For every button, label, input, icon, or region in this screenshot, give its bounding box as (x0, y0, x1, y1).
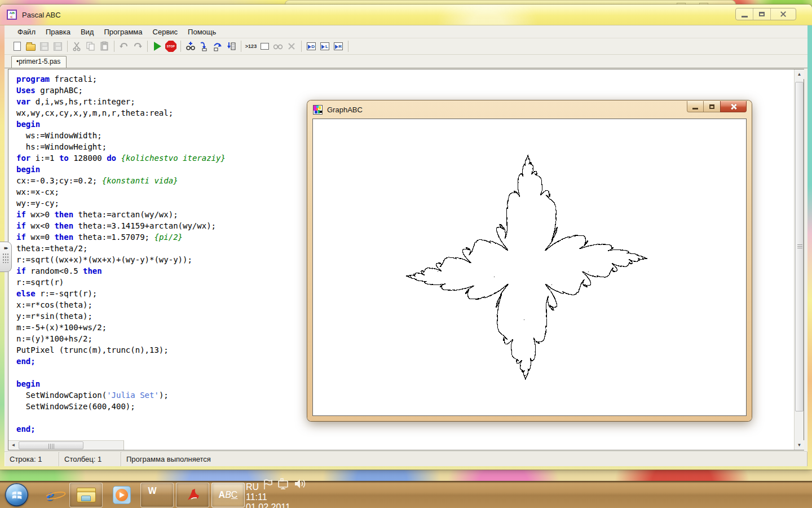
step-over-button[interactable] (211, 40, 224, 52)
taskbar-explorer[interactable] (69, 483, 103, 507)
dock-left-icon: L (320, 42, 329, 50)
windows-flag-icon (11, 489, 23, 501)
clock-date: 01.02.2011 (246, 502, 308, 508)
code-line: program fractali; (16, 73, 794, 85)
dock-right-button[interactable]: R (332, 40, 345, 52)
menu-service[interactable]: Сервис (148, 27, 183, 37)
close-icon (730, 103, 737, 110)
volume-icon[interactable] (293, 478, 308, 490)
language-indicator[interactable]: RU (246, 482, 259, 492)
menu-help[interactable]: Помощь (183, 27, 221, 37)
save-all-icon (54, 42, 62, 51)
dock-left-button[interactable]: L (319, 40, 331, 52)
step-into-icon (199, 41, 209, 51)
watch-window-button[interactable] (272, 40, 284, 52)
tab-strip: •primer1-5.pas (5, 55, 807, 68)
folder-icon (77, 488, 96, 502)
run-to-cursor-button[interactable] (225, 40, 237, 52)
evaluate-button[interactable]: >123 (245, 40, 257, 52)
menu-view[interactable]: Вид (76, 27, 99, 37)
start-button[interactable] (5, 483, 28, 506)
desktop: { "ide": { "title": "Pascal ABC", "menu"… (0, 0, 812, 508)
new-window-button[interactable] (258, 40, 271, 52)
minimize-icon (692, 108, 698, 110)
window-controls (735, 8, 796, 20)
close-file-button[interactable] (285, 40, 298, 52)
maximize-button[interactable] (753, 8, 771, 20)
word-icon: W (148, 486, 166, 504)
horizontal-scrollbar[interactable]: ◄ (8, 440, 124, 450)
internet-explorer-icon: e (47, 485, 54, 505)
paste-button[interactable] (98, 40, 111, 52)
redo-button[interactable] (131, 40, 144, 52)
taskbar-word[interactable]: W (140, 483, 174, 507)
toolbar-separator (241, 41, 241, 52)
vertical-scroll-thumb[interactable] (795, 82, 804, 411)
run-icon (154, 42, 161, 51)
grip-dots-icon (2, 253, 9, 263)
copy-icon (86, 41, 96, 51)
menu-file[interactable]: Файл (12, 27, 41, 37)
title-bar[interactable]: ABC Pascal ABC (0, 5, 812, 25)
open-file-button[interactable] (24, 40, 37, 52)
toolbar-separator (114, 41, 114, 52)
tab-primer1-5[interactable]: •primer1-5.pas (11, 56, 67, 68)
undo-icon (119, 41, 129, 51)
cut-button[interactable] (71, 40, 83, 52)
clock[interactable]: 11:11 01.02.2011 (246, 492, 308, 508)
menu-edit[interactable]: Правка (41, 27, 76, 37)
close-button[interactable] (771, 8, 796, 20)
media-player-icon (113, 486, 131, 504)
taskbar-internet-explorer[interactable]: e (34, 483, 67, 507)
pascal-abc-icon: ABC (219, 490, 238, 500)
redo-icon (133, 41, 143, 51)
undo-button[interactable] (118, 40, 130, 52)
graphabc-title-bar[interactable]: GraphABC (307, 100, 752, 119)
scroll-left-icon[interactable]: ◄ (8, 441, 18, 450)
system-tray: RU 11:11 01.02.2011 (246, 478, 308, 508)
window-title: Pascal ABC (22, 11, 61, 19)
vertical-scrollbar[interactable]: ▲ ▼ (794, 69, 804, 450)
window-icon (261, 43, 269, 50)
dock-bottom-button[interactable]: D (305, 40, 317, 52)
new-file-button[interactable] (11, 40, 23, 52)
clock-time: 11:11 (246, 492, 308, 502)
code-line: end; (16, 423, 794, 435)
minimize-button[interactable] (736, 8, 753, 20)
taskbar-pascal-abc[interactable]: ABC (211, 483, 245, 507)
code-line: Uses graphABC; (16, 85, 794, 96)
run-to-cursor-icon (226, 41, 236, 51)
stop-icon: STOP (165, 41, 176, 52)
network-icon[interactable] (276, 478, 291, 490)
graphabc-title: GraphABC (327, 106, 363, 114)
toolbar-separator (67, 41, 68, 52)
menu-program[interactable]: Программа (99, 27, 147, 37)
save-all-button[interactable] (51, 40, 64, 52)
copy-button[interactable] (85, 40, 97, 52)
run-button[interactable] (151, 40, 164, 52)
scroll-down-icon[interactable]: ▼ (795, 440, 804, 450)
graphabc-window[interactable]: GraphABC (307, 100, 752, 421)
toolbar-separator (301, 41, 302, 52)
add-watch-button[interactable] (184, 40, 197, 52)
dock-bottom-icon: D (307, 42, 316, 50)
action-center-flag-icon[interactable] (262, 479, 274, 490)
save-icon (40, 42, 48, 51)
graphabc-minimize-button[interactable] (687, 101, 704, 112)
taskbar-media-player[interactable] (105, 483, 138, 507)
maximize-icon (759, 12, 765, 16)
step-into-button[interactable] (198, 40, 210, 52)
save-button[interactable] (38, 40, 50, 52)
graphabc-close-button[interactable] (720, 101, 747, 112)
side-panel-expander[interactable]: ▸▸ (0, 242, 12, 272)
horizontal-scroll-thumb[interactable] (19, 441, 83, 449)
taskbar-adobe-reader[interactable] (176, 483, 209, 507)
expand-chevron-icon: ▸▸ (4, 245, 7, 251)
menu-bar: Файл Правка Вид Программа Сервис Помощь (5, 25, 807, 38)
thumb-grip (797, 244, 802, 249)
graphabc-maximize-button[interactable] (704, 101, 720, 112)
watch-add-icon (185, 41, 196, 51)
scroll-up-icon[interactable]: ▲ (795, 69, 804, 79)
stop-button[interactable]: STOP (165, 40, 177, 52)
scissors-icon (72, 41, 82, 51)
